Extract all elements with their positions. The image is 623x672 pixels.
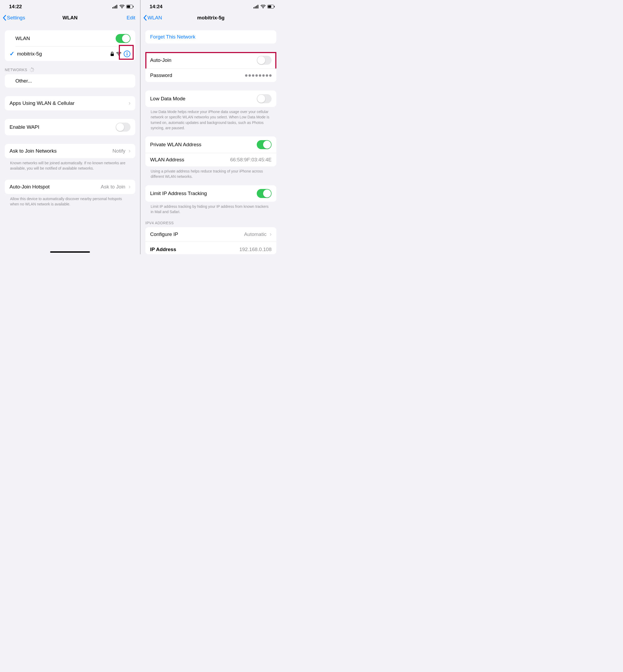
wlan-switch[interactable] — [116, 34, 130, 43]
home-indicator[interactable] — [50, 251, 90, 253]
nav-bar: WLAN mobitrix-5g — [141, 12, 281, 24]
svg-rect-19 — [268, 6, 271, 8]
status-bar: 14:22 — [0, 0, 140, 12]
apps-using-label: Apps Using WLAN & Cellular — [9, 100, 127, 106]
status-time: 14:22 — [9, 4, 22, 9]
status-icons — [254, 5, 275, 8]
page-title: WLAN — [63, 15, 78, 21]
chevron-left-icon — [143, 15, 147, 21]
wlan-address-label: WLAN Address — [150, 157, 230, 163]
svg-rect-13 — [254, 7, 254, 8]
back-label: Settings — [7, 15, 25, 21]
password-row[interactable]: Password — [145, 68, 276, 82]
limit-ip-switch[interactable] — [257, 189, 272, 198]
ask-to-join-label: Ask to Join Networks — [9, 148, 113, 154]
wlan-label: WLAN — [16, 35, 116, 41]
phone-network-detail: 14:24 WLAN mobitrix-5g Forget This Netwo… — [141, 0, 281, 254]
svg-rect-14 — [255, 6, 256, 8]
svg-rect-8 — [111, 54, 114, 56]
cellular-icon — [254, 5, 259, 8]
svg-rect-2 — [115, 6, 116, 8]
apps-using-wlan-row[interactable]: Apps Using WLAN & Cellular › — [5, 96, 135, 110]
auto-join-switch[interactable] — [257, 56, 272, 65]
chevron-right-icon: › — [129, 147, 130, 155]
low-data-mode-row: Low Data Mode — [145, 90, 276, 107]
wlan-address-value: 66:58:9F:03:45:4E — [230, 157, 272, 163]
enable-wapi-label: Enable WAPI — [9, 124, 116, 130]
back-label: WLAN — [147, 15, 162, 21]
forget-network-row[interactable]: Forget This Network — [145, 30, 276, 44]
battery-icon — [267, 5, 275, 8]
battery-icon — [126, 5, 134, 8]
info-icon[interactable] — [124, 50, 130, 57]
auto-join-hotspot-value: Ask to Join — [101, 184, 125, 190]
chevron-right-icon: › — [129, 184, 130, 190]
chevron-right-icon: › — [270, 231, 272, 238]
limit-ip-tracking-row: Limit IP Address Tracking — [145, 185, 276, 202]
ip-address-value: 192.168.0.108 — [239, 247, 272, 252]
svg-point-4 — [122, 8, 122, 8]
ip-address-label: IP Address — [150, 247, 239, 252]
svg-rect-6 — [127, 6, 130, 8]
svg-rect-20 — [274, 6, 275, 7]
other-label: Other... — [16, 78, 130, 84]
cellular-icon — [113, 5, 118, 8]
svg-point-17 — [263, 8, 264, 8]
auto-join-hotspot-label: Auto-Join Hotspot — [9, 184, 101, 190]
configure-ip-value: Automatic — [244, 231, 266, 237]
ask-to-join-value: Notify — [113, 148, 125, 154]
spinner-icon — [29, 67, 34, 72]
status-bar: 14:24 — [141, 0, 281, 12]
forget-label: Forget This Network — [150, 34, 196, 40]
private-wlan-footer: Using a private address helps reduce tra… — [145, 166, 276, 179]
chevron-left-icon — [3, 15, 6, 21]
back-button[interactable]: WLAN — [143, 15, 162, 21]
svg-rect-16 — [258, 5, 258, 8]
ipv4-header: IPV4 ADDRESS — [141, 215, 281, 227]
lock-icon — [110, 52, 114, 56]
ask-to-join-row[interactable]: Ask to Join Networks Notify › — [5, 144, 135, 158]
phone-wlan-settings: 14:22 Settings WLAN Edit WLAN — [0, 0, 141, 254]
edit-button[interactable]: Edit — [126, 15, 135, 21]
password-label: Password — [150, 73, 245, 78]
ip-address-row: IP Address 192.168.0.108 — [145, 242, 276, 254]
page-title: mobitrix-5g — [197, 15, 225, 21]
check-icon: ✓ — [9, 50, 14, 57]
wifi-signal-icon — [116, 52, 121, 56]
ask-to-join-footer: Known networks will be joined automatica… — [5, 158, 135, 171]
low-data-switch[interactable] — [257, 94, 272, 103]
status-icons — [113, 5, 134, 8]
wlan-toggle-row: WLAN — [5, 30, 135, 47]
limit-ip-label: Limit IP Address Tracking — [150, 191, 257, 196]
status-time: 14:24 — [150, 4, 162, 9]
svg-rect-3 — [116, 5, 117, 8]
svg-point-11 — [126, 52, 127, 53]
chevron-right-icon: › — [129, 100, 130, 107]
other-network-row[interactable]: Other... — [5, 74, 135, 88]
private-wlan-switch[interactable] — [257, 140, 272, 149]
svg-rect-12 — [127, 53, 127, 56]
enable-wapi-switch[interactable] — [116, 122, 130, 132]
connected-network-row[interactable]: ✓ mobitrix-5g — [5, 47, 135, 61]
low-data-footer: Low Data Mode helps reduce your iPhone d… — [145, 107, 276, 131]
svg-rect-0 — [113, 7, 113, 8]
enable-wapi-row: Enable WAPI — [5, 119, 135, 135]
back-button[interactable]: Settings — [3, 15, 25, 21]
auto-join-hotspot-footer: Allow this device to automatically disco… — [5, 194, 135, 207]
networks-header: NETWORKS — [0, 61, 140, 74]
auto-join-hotspot-row[interactable]: Auto-Join Hotspot Ask to Join › — [5, 180, 135, 194]
configure-ip-label: Configure IP — [150, 231, 244, 237]
svg-rect-15 — [256, 6, 257, 8]
auto-join-row: Auto-Join — [145, 52, 276, 68]
wifi-icon — [261, 5, 266, 8]
wifi-icon — [119, 5, 125, 8]
svg-rect-1 — [114, 6, 115, 8]
auto-join-label: Auto-Join — [150, 57, 257, 63]
connected-network-name: mobitrix-5g — [17, 51, 110, 57]
nav-bar: Settings WLAN Edit — [0, 12, 140, 24]
password-dots — [245, 74, 272, 77]
wlan-address-row: WLAN Address 66:58:9F:03:45:4E — [145, 153, 276, 166]
private-wlan-label: Private WLAN Address — [150, 142, 257, 147]
configure-ip-row[interactable]: Configure IP Automatic › — [145, 227, 276, 242]
svg-rect-7 — [133, 6, 134, 7]
